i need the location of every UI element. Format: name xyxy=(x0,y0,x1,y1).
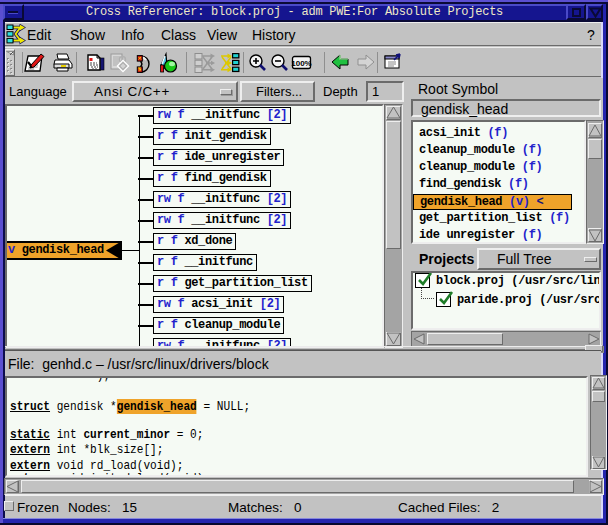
svg-text:100%: 100% xyxy=(291,59,311,68)
